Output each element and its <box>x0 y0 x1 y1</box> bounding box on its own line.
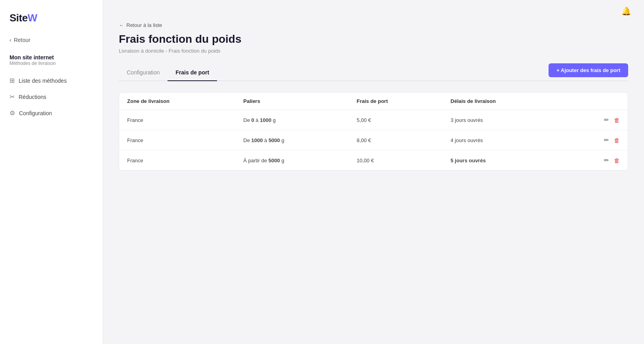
site-info: Mon site internet Méthodes de livraison <box>0 51 103 72</box>
cell-zone: France <box>119 130 235 150</box>
col-zone: Zone de livraison <box>119 93 235 110</box>
cell-frais: 10,00 € <box>349 150 442 171</box>
cell-palier: De 0 à 1000 g <box>235 110 349 130</box>
table-row: FranceDe 0 à 1000 g5,00 €3 jours ouvrés … <box>119 110 628 130</box>
breadcrumb-part2: Frais fonction du poids <box>169 48 221 54</box>
sidebar-nav: ⊞ Liste des méthodes ✂ Réductions ⚙ Conf… <box>0 72 103 121</box>
edit-icon[interactable]: ✏ <box>604 137 609 144</box>
back-arrow-icon: ← <box>119 22 124 28</box>
table-row: FranceÀ partir de 5000 g10,00 €5 jours o… <box>119 150 628 171</box>
col-frais: Frais de port <box>349 93 442 110</box>
frais-table: Zone de livraison Paliers Frais de port … <box>119 93 628 170</box>
bell-icon[interactable]: 🔔 <box>621 6 631 16</box>
table-container: Zone de livraison Paliers Frais de port … <box>119 92 628 171</box>
sidebar-item-label-reductions: Réductions <box>19 94 46 100</box>
delete-icon[interactable]: 🗑 <box>614 157 620 164</box>
tabs: Configuration Frais de port <box>119 65 217 80</box>
breadcrumb-part1: Livraison à domicile <box>119 48 164 54</box>
logo-w: W <box>28 12 37 24</box>
gear-icon: ⚙ <box>10 109 15 117</box>
cell-palier: À partir de 5000 g <box>235 150 349 171</box>
col-actions <box>564 93 628 110</box>
back-chevron-icon: ‹ <box>10 37 11 43</box>
col-delais: Délais de livraison <box>443 93 565 110</box>
cell-actions: ✏ 🗑 <box>564 110 628 130</box>
sidebar-item-reductions[interactable]: ✂ Réductions <box>0 89 103 105</box>
col-paliers: Paliers <box>235 93 349 110</box>
site-name: Mon site internet <box>10 54 93 61</box>
back-button[interactable]: ‹ Retour <box>0 34 103 46</box>
sidebar: SiteW ‹ Retour Mon site internet Méthode… <box>0 0 103 344</box>
sidebar-item-configuration[interactable]: ⚙ Configuration <box>0 105 103 121</box>
cell-zone: France <box>119 110 235 130</box>
breadcrumb: Livraison à domicile - Frais fonction du… <box>119 48 628 54</box>
main-area: 🔔 ← Retour à la liste Frais fonction du … <box>103 0 644 344</box>
delete-icon[interactable]: 🗑 <box>614 117 620 124</box>
sidebar-item-liste[interactable]: ⊞ Liste des méthodes <box>0 72 103 89</box>
tabs-bar: Configuration Frais de port + Ajouter de… <box>119 63 628 81</box>
cell-frais: 5,00 € <box>349 110 442 130</box>
scissors-icon: ✂ <box>10 93 15 101</box>
topbar: 🔔 <box>103 0 644 22</box>
cell-actions: ✏ 🗑 <box>564 150 628 171</box>
back-label: Retour <box>14 37 30 43</box>
delete-icon[interactable]: 🗑 <box>614 137 620 144</box>
table-row: FranceDe 1000 à 5000 g8,00 €4 jours ouvr… <box>119 130 628 150</box>
cell-frais: 8,00 € <box>349 130 442 150</box>
edit-icon[interactable]: ✏ <box>604 157 609 164</box>
tab-frais-de-port[interactable]: Frais de port <box>168 65 217 81</box>
sidebar-item-label-liste: Liste des méthodes <box>19 78 67 84</box>
add-frais-button[interactable]: + Ajouter des frais de port <box>549 63 628 77</box>
cell-zone: France <box>119 150 235 171</box>
cell-actions: ✏ 🗑 <box>564 130 628 150</box>
logo: SiteW <box>10 12 93 24</box>
cell-delais: 5 jours ouvrés <box>443 150 565 171</box>
site-subtitle: Méthodes de livraison <box>10 61 93 66</box>
page-title: Frais fonction du poids <box>119 33 628 46</box>
cell-delais: 4 jours ouvrés <box>443 130 565 150</box>
breadcrumb-separator: - <box>166 48 169 54</box>
back-to-list-label: Retour à la liste <box>126 22 162 28</box>
cell-palier: De 1000 à 5000 g <box>235 130 349 150</box>
sidebar-item-label-configuration: Configuration <box>19 110 52 116</box>
table-header-row: Zone de livraison Paliers Frais de port … <box>119 93 628 110</box>
content: ← Retour à la liste Frais fonction du po… <box>103 22 644 344</box>
grid-icon: ⊞ <box>10 77 15 84</box>
tab-configuration[interactable]: Configuration <box>119 65 168 81</box>
edit-icon[interactable]: ✏ <box>604 116 609 124</box>
logo-area: SiteW <box>0 8 103 34</box>
cell-delais: 3 jours ouvrés <box>443 110 565 130</box>
back-to-list-link[interactable]: ← Retour à la liste <box>119 22 628 28</box>
